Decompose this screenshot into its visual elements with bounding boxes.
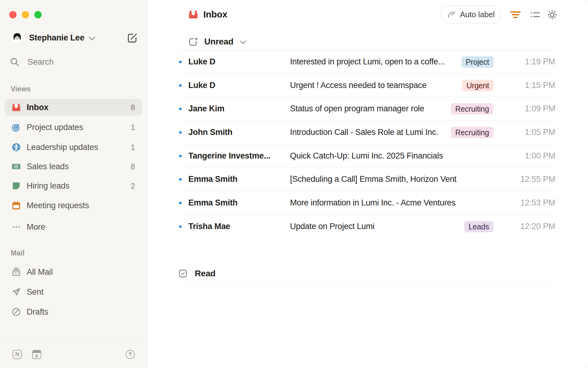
sidebar-item-drafts[interactable]: Drafts: [5, 304, 142, 320]
email-row[interactable]: Emma Smith More information in Lumi Inc.…: [178, 191, 556, 215]
unread-count-badge: 1: [131, 123, 135, 132]
email-subject: Update on Project Lumi: [290, 222, 375, 231]
sidebar-item-project-updates[interactable]: Project updates 1: [5, 119, 142, 136]
page-title: Inbox: [203, 9, 228, 20]
calendar-app-icon[interactable]: 6: [32, 350, 41, 359]
email-row[interactable]: Trisha Mae Update on Project Lumi Leads …: [178, 215, 556, 238]
email-row[interactable]: Luke D Interested in project Lumi, open …: [178, 50, 556, 74]
sidebar-item-label: All Mail: [27, 267, 53, 277]
email-row[interactable]: Tangerine Investme... Quick Catch-Up: Lu…: [178, 144, 556, 168]
views-section-label: Views: [11, 85, 31, 93]
auto-label-icon: [447, 10, 456, 19]
sidebar-item-more[interactable]: More: [5, 219, 142, 235]
target-icon: [12, 123, 21, 132]
avatar: [11, 32, 23, 44]
label-badge[interactable]: Recruiting: [451, 103, 493, 115]
unread-group-header[interactable]: Unread: [188, 33, 246, 50]
email-sender: Luke D: [188, 80, 215, 90]
app-window: Stephanie Lee Search Views: [0, 0, 588, 368]
label-badge[interactable]: Urgent: [462, 80, 493, 91]
read-group-header[interactable]: Read: [178, 264, 556, 284]
sidebar-item-hiring-leads[interactable]: Hiring leads 2: [5, 178, 142, 194]
email-time: 12:20 PM: [520, 222, 555, 231]
email-sender: John Smith: [188, 128, 232, 137]
label-badge[interactable]: Recruiting: [451, 127, 493, 138]
main-panel: Inbox Auto label: [147, 0, 588, 368]
mail-section-label: Mail: [11, 249, 24, 257]
chevron-down-icon: [240, 40, 246, 44]
email-sender: Emma Smith: [188, 198, 238, 208]
account-name: Stephanie Lee: [29, 33, 84, 43]
window-close-button[interactable]: [9, 11, 17, 18]
calendar-icon: [12, 201, 21, 210]
email-list: Luke D Interested in project Lumi, open …: [178, 50, 556, 238]
sidebar-item-sales-leads[interactable]: Sales leads 8: [5, 158, 142, 175]
send-icon: [12, 287, 21, 297]
unread-dot: [179, 84, 182, 87]
sidebar-item-label: Sent: [27, 287, 43, 297]
compose-icon[interactable]: [126, 32, 138, 44]
search-placeholder: Search: [28, 57, 54, 67]
help-icon[interactable]: ?: [126, 350, 135, 359]
sidebar-item-label: Drafts: [27, 307, 48, 317]
email-sender: Jane Kim: [188, 104, 224, 113]
email-time: 1:09 PM: [525, 104, 555, 113]
email-time: 1:05 PM: [525, 128, 555, 137]
gear-icon[interactable]: [547, 9, 558, 20]
money-icon: [12, 162, 21, 171]
search-icon: [10, 57, 20, 67]
inbox-icon: [188, 10, 198, 19]
help-glyph: ?: [129, 351, 132, 358]
label-badge[interactable]: Leads: [464, 221, 493, 232]
unread-count-badge: 1: [131, 143, 135, 152]
email-time: 1:00 PM: [525, 151, 555, 160]
email-subject: Urgent ! Access needed to teamspace: [290, 80, 427, 90]
window-zoom-button[interactable]: [34, 11, 42, 18]
email-time: 1:19 PM: [525, 57, 555, 67]
sidebar-item-inbox[interactable]: Inbox 8: [5, 99, 142, 116]
notion-logo-icon[interactable]: N: [13, 350, 22, 359]
chevron-down-icon: [89, 36, 95, 40]
calendar-app-day: 6: [33, 353, 41, 358]
sidebar-footer: N 6 ?: [0, 340, 147, 368]
email-subject: Introduction Call - Sales Role at Lumi I…: [290, 128, 438, 137]
ellipsis-icon: [12, 222, 21, 232]
search-input[interactable]: Search: [5, 54, 142, 70]
unread-dot: [179, 61, 182, 63]
auto-label-button[interactable]: Auto label: [440, 6, 501, 23]
email-time: 12:55 PM: [520, 174, 555, 184]
sidebar: Stephanie Lee Search Views: [0, 0, 147, 368]
unread-dot: [179, 178, 182, 181]
sidebar-item-all-mail[interactable]: All Mail: [5, 264, 142, 280]
sidebar-item-leadership-updates[interactable]: Leadership updates 1: [5, 139, 142, 155]
unread-dot: [179, 202, 182, 204]
account-switcher[interactable]: Stephanie Lee: [11, 29, 95, 46]
label-badge[interactable]: Project: [462, 56, 493, 67]
read-group-label: Read: [195, 269, 216, 278]
sidebar-item-label: More: [27, 222, 45, 232]
list-view-icon[interactable]: [530, 9, 541, 20]
email-row[interactable]: John Smith Introduction Call - Sales Rol…: [178, 121, 556, 144]
email-sender: Luke D: [188, 57, 215, 67]
person-icon: [12, 143, 21, 152]
notion-logo-letter: N: [15, 351, 19, 358]
sidebar-item-label: Inbox: [27, 103, 48, 112]
page-header: Inbox: [188, 9, 228, 20]
sidebar-item-sent[interactable]: Sent: [5, 284, 142, 300]
sidebar-item-meeting-requests[interactable]: Meeting requests: [5, 197, 142, 214]
email-sender: Emma Smith: [188, 174, 238, 184]
calendar-app-top: [33, 351, 41, 353]
inbox-icon: [12, 103, 21, 112]
email-row[interactable]: Luke D Urgent ! Access needed to teamspa…: [178, 74, 556, 98]
email-row[interactable]: Jane Kim Status of open program manager …: [178, 97, 556, 121]
unread-count-badge: 2: [131, 182, 135, 190]
read-status-icon: [178, 269, 187, 278]
email-time: 12:53 PM: [520, 198, 555, 208]
filter-icon[interactable]: [510, 9, 521, 20]
email-row[interactable]: Emma Smith [Scheduling a Call] Emma Smit…: [178, 168, 556, 191]
unread-count-badge: 8: [131, 162, 135, 171]
sidebar-item-label: Meeting requests: [27, 201, 89, 210]
unread-status-icon: [188, 37, 198, 47]
window-minimize-button[interactable]: [22, 11, 29, 18]
sidebar-item-label: Leadership updates: [27, 143, 98, 152]
